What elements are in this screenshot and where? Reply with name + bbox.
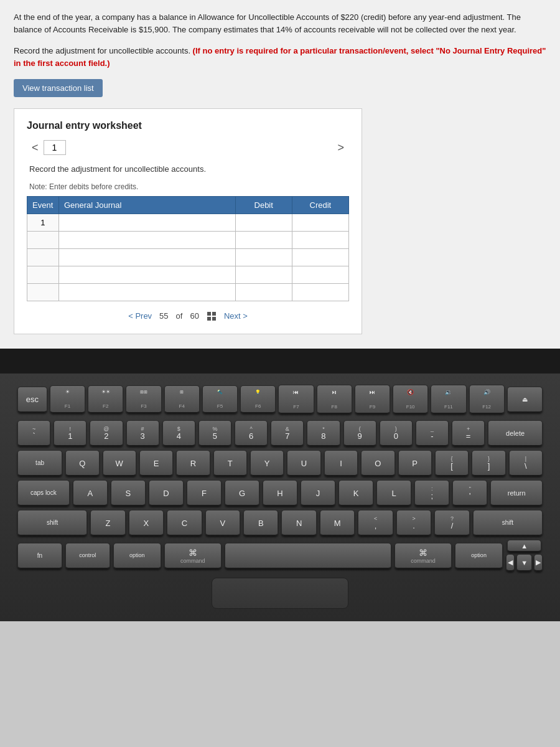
key-delete[interactable]: delete bbox=[488, 420, 543, 446]
key-minus[interactable]: _- bbox=[416, 420, 449, 446]
key-caps-lock[interactable]: caps lock bbox=[17, 480, 70, 506]
key-t[interactable]: T bbox=[213, 450, 247, 476]
key-backtick[interactable]: ~` bbox=[17, 420, 50, 446]
key-backslash[interactable]: |\ bbox=[509, 450, 543, 476]
key-6[interactable]: ^6 bbox=[235, 420, 268, 446]
key-arrow-right[interactable]: ▶ bbox=[534, 554, 543, 571]
key-f11[interactable]: 🔉F11 bbox=[431, 385, 466, 414]
key-1[interactable]: !1 bbox=[54, 420, 86, 446]
key-right-shift[interactable]: shift bbox=[473, 510, 543, 536]
key-e[interactable]: E bbox=[139, 450, 173, 476]
key-i[interactable]: I bbox=[324, 450, 358, 476]
key-arrow-left[interactable]: ◀ bbox=[506, 554, 515, 571]
key-spacebar[interactable] bbox=[225, 543, 391, 569]
key-slash[interactable]: ?/ bbox=[434, 510, 469, 536]
key-u[interactable]: U bbox=[287, 450, 320, 476]
key-right-command[interactable]: ⌘ command bbox=[394, 543, 452, 569]
key-f7[interactable]: ⏮F7 bbox=[278, 385, 314, 414]
key-3[interactable]: #3 bbox=[126, 420, 159, 446]
general-journal-cell-3[interactable] bbox=[58, 248, 235, 266]
key-f3[interactable]: ⊞⊞F3 bbox=[126, 385, 161, 413]
key-h[interactable]: H bbox=[263, 480, 297, 506]
key-arrow-down[interactable]: ▼ bbox=[516, 554, 532, 571]
key-tab[interactable]: tab bbox=[17, 450, 62, 476]
credit-cell-5[interactable] bbox=[292, 283, 348, 301]
key-arrow-up[interactable]: ▲ bbox=[507, 540, 541, 552]
key-y[interactable]: Y bbox=[250, 450, 284, 476]
debit-cell-1[interactable] bbox=[235, 214, 292, 231]
credit-cell-4[interactable] bbox=[292, 266, 348, 283]
key-open-bracket[interactable]: {[ bbox=[435, 450, 469, 476]
key-9[interactable]: (9 bbox=[343, 420, 376, 446]
key-n[interactable]: N bbox=[281, 510, 316, 536]
key-f1[interactable]: ☀F1 bbox=[50, 385, 85, 413]
key-o[interactable]: O bbox=[361, 450, 394, 476]
key-f4[interactable]: ⊞F4 bbox=[164, 385, 200, 413]
general-journal-cell-5[interactable] bbox=[58, 283, 235, 301]
next-nav-chevron[interactable]: > bbox=[332, 140, 349, 156]
prev-nav-chevron[interactable]: < bbox=[27, 140, 44, 156]
key-2[interactable]: @2 bbox=[90, 420, 123, 446]
grid-icon[interactable] bbox=[207, 311, 217, 322]
debit-cell-5[interactable] bbox=[235, 283, 292, 301]
key-right-option[interactable]: option bbox=[455, 543, 503, 569]
key-p[interactable]: P bbox=[398, 450, 432, 476]
key-f9[interactable]: ⏭F9 bbox=[355, 385, 390, 414]
key-w[interactable]: W bbox=[103, 450, 136, 476]
debit-cell-2[interactable] bbox=[235, 231, 292, 248]
key-comma[interactable]: <, bbox=[358, 510, 393, 536]
key-g[interactable]: G bbox=[225, 480, 259, 506]
key-f2[interactable]: ☀☀F2 bbox=[88, 385, 123, 413]
credit-cell-1[interactable] bbox=[292, 214, 348, 231]
key-left-shift[interactable]: shift bbox=[17, 510, 87, 536]
key-z[interactable]: Z bbox=[90, 510, 125, 536]
key-return[interactable]: return bbox=[490, 480, 543, 506]
key-7[interactable]: &7 bbox=[271, 420, 304, 446]
key-left-command[interactable]: ⌘ command bbox=[164, 543, 222, 569]
key-f10[interactable]: 🔇F10 bbox=[393, 385, 428, 414]
view-transaction-button[interactable]: View transaction list bbox=[14, 79, 103, 97]
key-d[interactable]: D bbox=[149, 480, 184, 506]
credit-cell-2[interactable] bbox=[292, 231, 348, 248]
key-eject[interactable]: ⏏ bbox=[507, 387, 543, 413]
key-esc[interactable]: esc bbox=[17, 387, 47, 413]
key-v[interactable]: V bbox=[205, 510, 240, 536]
key-r[interactable]: R bbox=[176, 450, 210, 476]
key-f5[interactable]: 🔦F5 bbox=[202, 385, 238, 413]
trackpad[interactable] bbox=[212, 578, 348, 609]
credit-cell-3[interactable] bbox=[292, 248, 348, 266]
key-q[interactable]: Q bbox=[65, 450, 99, 476]
key-f[interactable]: F bbox=[187, 480, 222, 506]
general-journal-cell-1[interactable] bbox=[58, 214, 235, 231]
key-fn[interactable]: fn bbox=[17, 543, 62, 569]
prev-button[interactable]: Prev bbox=[128, 311, 152, 321]
key-4[interactable]: $4 bbox=[162, 420, 195, 446]
key-5[interactable]: %5 bbox=[198, 420, 231, 446]
key-control[interactable]: control bbox=[65, 543, 110, 569]
key-s[interactable]: S bbox=[111, 480, 146, 506]
key-8[interactable]: *8 bbox=[307, 420, 340, 446]
key-quote[interactable]: "' bbox=[452, 480, 487, 506]
key-f6[interactable]: 💡F6 bbox=[240, 385, 276, 413]
key-equals[interactable]: += bbox=[452, 420, 485, 446]
key-x[interactable]: X bbox=[129, 510, 164, 536]
debit-cell-4[interactable] bbox=[235, 266, 292, 283]
next-button[interactable]: Next bbox=[224, 311, 248, 321]
key-close-bracket[interactable]: }] bbox=[472, 450, 505, 476]
key-l[interactable]: L bbox=[376, 480, 411, 506]
key-f8[interactable]: ⏯F8 bbox=[317, 385, 352, 414]
key-a[interactable]: A bbox=[73, 480, 108, 506]
key-f12[interactable]: 🔊F12 bbox=[469, 385, 505, 414]
key-period[interactable]: >. bbox=[396, 510, 431, 536]
general-journal-cell-4[interactable] bbox=[58, 266, 235, 283]
debit-cell-3[interactable] bbox=[235, 248, 292, 266]
key-m[interactable]: M bbox=[320, 510, 355, 536]
key-0[interactable]: )0 bbox=[380, 420, 413, 446]
key-b[interactable]: B bbox=[243, 510, 278, 536]
key-k[interactable]: K bbox=[338, 480, 373, 506]
key-c[interactable]: C bbox=[167, 510, 202, 536]
general-journal-cell-2[interactable] bbox=[58, 231, 235, 248]
key-left-option[interactable]: option bbox=[113, 543, 161, 569]
key-semicolon[interactable]: :; bbox=[414, 480, 449, 506]
key-j[interactable]: J bbox=[301, 480, 335, 506]
